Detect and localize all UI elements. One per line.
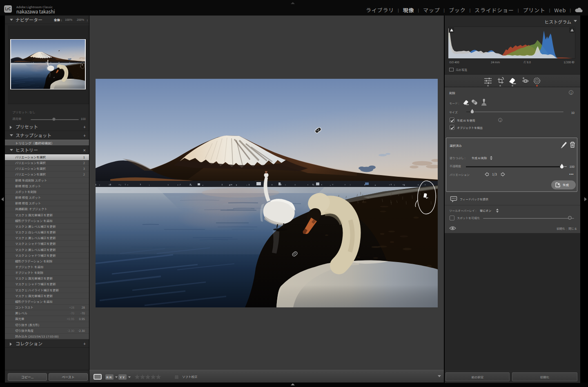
svg-text:1/3: 1/3 [492, 172, 497, 176]
